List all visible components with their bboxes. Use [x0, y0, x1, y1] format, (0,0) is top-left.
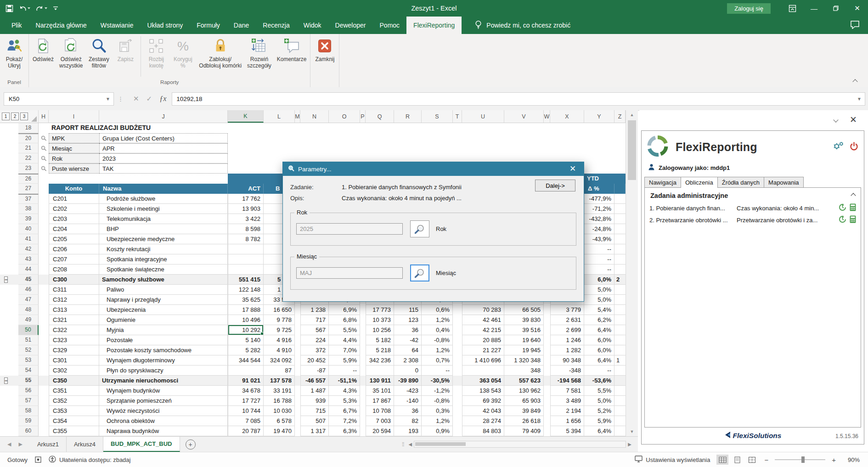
scrollbar-grip[interactable]: ⁞⁞ [402, 441, 404, 448]
cell[interactable] [295, 355, 300, 366]
insert-function-icon[interactable]: ƒx [159, 95, 166, 103]
dialog-close-icon[interactable]: ✕ [566, 163, 579, 175]
cell-konto[interactable]: C202 [49, 204, 99, 214]
cell[interactable]: 5 182 [366, 335, 394, 345]
column-header-Z[interactable]: Z [614, 110, 626, 123]
outline-gutter[interactable] [0, 285, 18, 295]
row-header-38[interactable]: 38 [18, 204, 39, 214]
cell[interactable]: 42 461 [462, 315, 504, 325]
cell[interactable]: 20 452 [300, 355, 329, 366]
cell[interactable] [39, 244, 49, 254]
cell[interactable] [544, 345, 550, 355]
row-header-59[interactable]: 59 [18, 416, 39, 426]
cell[interactable]: 36 [394, 325, 422, 335]
cell-nazwa[interactable]: Paliwo [99, 285, 228, 295]
cell[interactable]: 0,3% [422, 406, 453, 416]
cell-nazwa[interactable]: Pozostałe [99, 335, 228, 345]
cell[interactable] [295, 396, 300, 406]
cell[interactable]: 9 725 [264, 325, 295, 335]
row-header-45[interactable]: 45 [18, 275, 39, 285]
cell-konto[interactable]: C312 [49, 295, 99, 305]
ribbon-button-Odwie[interactable]: Odświeżwszystkie [56, 35, 85, 78]
macro-record-icon[interactable] [35, 456, 41, 463]
cell[interactable]: 2 [614, 275, 626, 285]
cell[interactable]: 7 003 [366, 416, 394, 426]
cell[interactable]: 26 618 [504, 416, 544, 426]
cell[interactable] [453, 325, 462, 335]
cell[interactable]: 5,2% [584, 406, 614, 416]
cell[interactable]: -0,8% [422, 396, 453, 406]
cell-nazwa[interactable]: Ubezpieczenie medyczne [99, 234, 228, 244]
cell[interactable]: 130 962 [504, 386, 544, 396]
cell[interactable] [453, 416, 462, 426]
outline-collapse-button[interactable]: − [4, 377, 8, 384]
outline-gutter[interactable] [0, 224, 18, 234]
column-header-act[interactable]: ACT [228, 184, 264, 194]
enter-icon[interactable]: ✓ [147, 95, 152, 103]
cell-konto[interactable]: C352 [49, 396, 99, 406]
cell[interactable] [39, 335, 49, 345]
row-header-21[interactable]: 21 [18, 143, 39, 153]
cell-nazwa[interactable]: Szkolenie i meetingi [99, 204, 228, 214]
cell[interactable] [295, 315, 300, 325]
cell[interactable] [360, 376, 366, 386]
cell[interactable] [360, 386, 366, 396]
tab-Deweloper[interactable]: Deweloper [328, 17, 373, 34]
cell[interactable]: 9 778 [264, 315, 295, 325]
cell-nazwa[interactable]: Spotkanie świąteczne [99, 264, 228, 275]
outline-level-button-3[interactable]: 3 [20, 113, 28, 120]
cell[interactable]: 2 699 [550, 325, 584, 335]
row-header-20[interactable]: 20 [18, 133, 39, 143]
outline-level-button-2[interactable]: 2 [11, 113, 19, 120]
cell[interactable] [39, 376, 49, 386]
cell[interactable]: 5,9% [329, 355, 360, 366]
cell[interactable]: -348 [550, 366, 584, 376]
cell[interactable] [39, 305, 49, 315]
cell[interactable] [453, 345, 462, 355]
outline-gutter[interactable] [0, 204, 18, 214]
cell[interactable] [614, 204, 626, 214]
cell[interactable] [39, 214, 49, 224]
ribbon-button-Poka[interactable]: Pokaż/Ukryj [1, 35, 28, 78]
cell-konto[interactable]: C351 [49, 386, 99, 396]
zoom-slider-thumb[interactable] [801, 456, 805, 463]
cell-nazwa[interactable]: Spotkania integracyjne [99, 254, 228, 264]
cell-konto[interactable]: C313 [49, 305, 99, 315]
row-header-49[interactable]: 49 [18, 315, 39, 325]
cell-konto[interactable]: C329 [49, 345, 99, 355]
cell[interactable]: 10 708 [366, 406, 394, 416]
cell[interactable]: -46 557 [300, 376, 329, 386]
row-header-52[interactable]: 52 [18, 345, 39, 355]
cell[interactable]: 193 [394, 426, 422, 436]
cell[interactable]: 1,2% [422, 315, 453, 325]
expand-formula-bar-icon[interactable]: ▼ [857, 96, 862, 101]
cell[interactable] [614, 285, 626, 295]
cell[interactable]: 8 782 [228, 234, 264, 244]
outline-gutter[interactable] [0, 416, 18, 426]
cell[interactable] [39, 123, 49, 133]
sheet-next-icon[interactable]: ▶ [18, 441, 22, 447]
column-header-nazwa[interactable]: Nazwa [99, 184, 228, 194]
cell[interactable] [453, 335, 462, 345]
cell[interactable]: 344 544 [228, 355, 264, 366]
cell[interactable] [228, 264, 264, 275]
horizontal-scroll-thumb[interactable] [415, 442, 466, 446]
outline-gutter[interactable] [0, 325, 18, 335]
cell[interactable] [614, 214, 626, 224]
cell[interactable]: 91 021 [228, 376, 264, 386]
cell[interactable] [39, 254, 49, 264]
cell[interactable]: 42 043 [462, 406, 504, 416]
outline-gutter[interactable] [0, 406, 18, 416]
cell[interactable] [39, 386, 49, 396]
cell[interactable] [614, 376, 626, 386]
horizontal-scrollbar[interactable] [414, 441, 626, 448]
column-header-K[interactable]: K [228, 110, 264, 123]
cell-nazwa[interactable]: Wynajem budynków [99, 386, 228, 396]
cell-konto[interactable]: C321 [49, 315, 99, 325]
cell[interactable] [360, 335, 366, 345]
outline-gutter[interactable] [0, 386, 18, 396]
tab-Układ strony[interactable]: Układ strony [140, 17, 190, 34]
cell[interactable]: 17 773 [366, 305, 394, 315]
cell-nazwa[interactable]: Koszty rekrutacji [99, 244, 228, 254]
page-layout-view-icon[interactable] [731, 455, 743, 465]
